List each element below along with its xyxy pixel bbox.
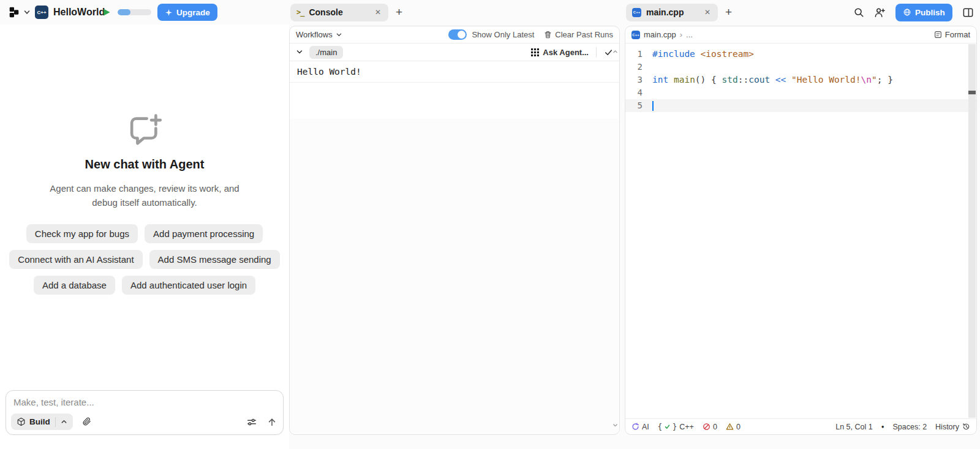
console-empty-area xyxy=(290,119,619,434)
settings-sliders-icon[interactable] xyxy=(246,417,257,428)
code-line[interactable]: 3int main() { std::cout << "Hello World!… xyxy=(625,73,976,86)
line-number: 1 xyxy=(625,49,652,59)
chat-input-card: Build xyxy=(6,390,284,435)
cube-icon xyxy=(17,417,26,426)
workflows-dropdown[interactable]: Workflows xyxy=(296,30,342,39)
close-console-tab-icon[interactable]: ✕ xyxy=(374,8,382,17)
format-button[interactable]: Format xyxy=(934,30,970,39)
agent-panel-description: Agent can make changes, review its work,… xyxy=(0,181,289,209)
suggestion-chip[interactable]: Add payment processing xyxy=(145,224,263,243)
project-name[interactable]: HelloWorld xyxy=(53,7,105,18)
run-name-pill[interactable]: ./main xyxy=(309,46,343,59)
scroll-down-icon[interactable] xyxy=(612,420,618,431)
new-tab-button[interactable]: + xyxy=(722,6,736,19)
suggestion-chips: Check my app for bugsAdd payment process… xyxy=(0,224,289,295)
suggestion-chip[interactable]: Add SMS message sending xyxy=(149,250,280,269)
search-icon[interactable] xyxy=(853,7,864,18)
format-icon xyxy=(934,31,942,39)
send-message-icon[interactable] xyxy=(267,417,277,427)
editor-scrollbar[interactable] xyxy=(968,44,976,418)
upgrade-button[interactable]: Upgrade xyxy=(157,4,217,21)
ai-status-button[interactable]: AI xyxy=(631,423,649,431)
chevron-down-icon[interactable] xyxy=(23,9,31,16)
line-number: 4 xyxy=(625,88,652,97)
divider xyxy=(290,82,619,83)
clear-past-runs-button[interactable]: Clear Past Runs xyxy=(544,30,613,39)
collapse-run-icon[interactable] xyxy=(296,48,303,56)
globe-icon xyxy=(903,8,911,17)
code-line[interactable]: 5 xyxy=(625,99,976,112)
suggestion-chip[interactable]: Add a database xyxy=(34,276,115,295)
scroll-up-icon[interactable] xyxy=(612,46,618,57)
build-mode-button[interactable]: Build xyxy=(11,413,73,430)
replit-logo-icon[interactable] xyxy=(8,6,20,18)
language-status[interactable]: { } C++ xyxy=(658,423,694,431)
code-line[interactable]: 1#include <iostream> xyxy=(625,47,976,60)
tab-main-cpp[interactable]: C++ main.cpp ✕ xyxy=(626,4,718,21)
layout-panels-icon[interactable] xyxy=(962,7,974,18)
line-number: 5 xyxy=(625,100,652,110)
warnings-status[interactable]: 0 xyxy=(726,423,741,431)
usage-progress-bar xyxy=(118,9,151,15)
text-cursor xyxy=(652,101,654,111)
agent-panel-title: New chat with Agent xyxy=(0,157,289,172)
chevron-down-icon xyxy=(336,31,342,38)
code-line[interactable]: 4 xyxy=(625,86,976,99)
tab-console[interactable]: >_ Console ✕ xyxy=(290,4,388,21)
scrollbar-thumb[interactable] xyxy=(968,91,976,94)
check-icon xyxy=(665,424,670,429)
error-icon xyxy=(703,423,710,431)
new-chat-icon xyxy=(126,138,163,148)
indent-setting[interactable]: Spaces: 2 xyxy=(893,423,927,431)
top-bar: C++ HelloWorld Upgrade >_ Console ✕ + C+… xyxy=(0,0,980,25)
dot-separator: ● xyxy=(881,424,884,429)
cpp-file-icon: C++ xyxy=(631,31,640,39)
attach-file-icon[interactable] xyxy=(81,417,92,427)
line-number: 3 xyxy=(625,75,652,85)
ask-agent-button[interactable]: Ask Agent... xyxy=(531,48,589,57)
line-number: 2 xyxy=(625,62,652,72)
cpp-project-icon: C++ xyxy=(35,6,48,19)
divider xyxy=(596,47,597,58)
sparkle-icon xyxy=(165,9,173,17)
close-editor-tab-icon[interactable]: ✕ xyxy=(703,8,712,17)
code-area[interactable]: 1#include <iostream>23int main() { std::… xyxy=(625,43,976,112)
history-clock-icon xyxy=(962,423,970,431)
show-only-latest-toggle[interactable] xyxy=(448,29,467,40)
divider xyxy=(55,417,56,427)
history-button[interactable]: History xyxy=(935,423,970,431)
terminal-icon: >_ xyxy=(296,8,304,17)
trash-icon xyxy=(544,31,552,39)
editor-breadcrumb[interactable]: C++ main.cpp › ... xyxy=(631,30,693,39)
errors-status[interactable]: 0 xyxy=(703,423,717,431)
code-line[interactable]: 2 xyxy=(625,60,976,73)
console-output: Hello World! xyxy=(290,61,619,77)
suggestion-chip[interactable]: Connect with an AI Assistant xyxy=(9,250,142,269)
console-panel: Workflows Show Only Latest Clear Past Ru… xyxy=(289,26,620,435)
show-only-latest-label: Show Only Latest xyxy=(472,30,534,39)
cursor-position[interactable]: Ln 5, Col 1 xyxy=(835,423,872,431)
chevron-up-icon xyxy=(61,418,67,425)
warning-icon xyxy=(726,423,734,431)
ai-icon xyxy=(631,423,639,431)
suggestion-chip[interactable]: Add authenticated user login xyxy=(122,276,255,295)
new-tab-button[interactable]: + xyxy=(392,6,406,19)
suggestion-chip[interactable]: Check my app for bugs xyxy=(26,224,138,243)
run-button[interactable] xyxy=(102,7,111,17)
editor-status-bar: AI { } C++ 0 0 Ln 5, Col 1 ● Spaces: 2 H… xyxy=(625,418,976,434)
publish-button[interactable]: Publish xyxy=(895,4,952,21)
chat-input[interactable] xyxy=(13,397,276,407)
editor-panel: C++ main.cpp › ... Format 1#include <ios… xyxy=(625,26,977,435)
invite-user-icon[interactable] xyxy=(874,7,886,18)
agent-chat-panel: New chat with Agent Agent can make chang… xyxy=(0,25,289,449)
run-success-check-icon xyxy=(604,48,613,57)
agent-grid-icon xyxy=(531,48,539,56)
cpp-file-icon: C++ xyxy=(632,8,641,17)
